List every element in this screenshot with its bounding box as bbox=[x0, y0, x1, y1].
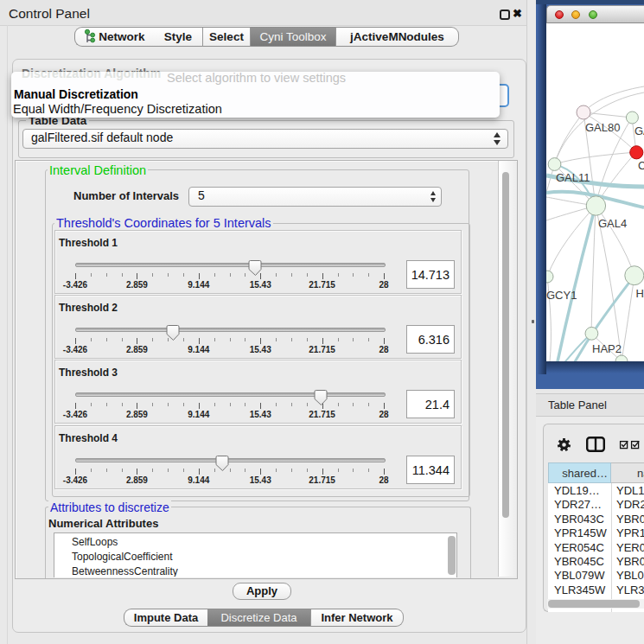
svg-text:GAL80: GAL80 bbox=[585, 121, 620, 134]
svg-text:GA: GA bbox=[634, 124, 644, 137]
svg-text:GAL11: GAL11 bbox=[556, 171, 590, 184]
svg-text:GAL4: GAL4 bbox=[598, 217, 627, 230]
svg-text:HAP2: HAP2 bbox=[592, 342, 622, 355]
svg-text:CD: CD bbox=[638, 159, 644, 172]
svg-text:HA: HA bbox=[636, 287, 644, 300]
svg-text:GCY1: GCY1 bbox=[546, 289, 577, 302]
